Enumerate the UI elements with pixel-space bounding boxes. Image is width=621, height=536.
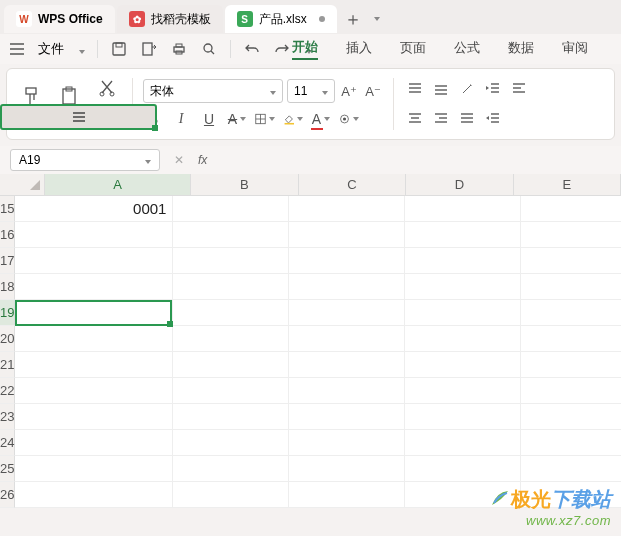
save-icon[interactable] — [110, 40, 128, 58]
decrease-font-icon[interactable]: A⁻ — [363, 81, 383, 101]
cell[interactable] — [405, 196, 521, 222]
cell[interactable] — [521, 378, 621, 404]
col-header-C[interactable]: C — [299, 174, 406, 195]
cell[interactable] — [405, 222, 521, 248]
ribbon-tab-insert[interactable]: 插入 — [346, 39, 372, 59]
export-icon[interactable] — [140, 40, 158, 58]
cell[interactable] — [521, 456, 621, 482]
cell[interactable] — [521, 326, 621, 352]
cell[interactable] — [173, 196, 289, 222]
cell[interactable] — [15, 404, 173, 430]
cell[interactable] — [289, 482, 405, 508]
cell[interactable] — [173, 352, 289, 378]
print-icon[interactable] — [170, 40, 188, 58]
cell[interactable] — [173, 274, 289, 300]
row-header[interactable]: 25 — [0, 456, 15, 482]
cell[interactable] — [173, 248, 289, 274]
format-painter-icon[interactable] — [17, 83, 47, 109]
fill-color-button[interactable] — [283, 109, 303, 129]
tab-app[interactable]: W WPS Office — [4, 5, 115, 33]
cell[interactable] — [289, 274, 405, 300]
cell[interactable] — [521, 404, 621, 430]
fx-icon[interactable]: fx — [198, 153, 207, 167]
cell[interactable] — [521, 300, 621, 326]
font-color-button[interactable]: A — [311, 109, 331, 129]
cell[interactable] — [289, 248, 405, 274]
cell[interactable]: 0001 — [15, 196, 173, 222]
border-button[interactable] — [255, 109, 275, 129]
cell[interactable] — [15, 300, 173, 326]
paste-label[interactable]: 粘贴 — [54, 111, 86, 126]
cell[interactable] — [15, 222, 173, 248]
row-header[interactable]: 22 — [0, 378, 15, 404]
cell[interactable] — [15, 430, 173, 456]
cell[interactable] — [15, 456, 173, 482]
align-top-icon[interactable] — [404, 76, 426, 102]
tab-file[interactable]: S 产品.xlsx — [225, 5, 337, 33]
col-header-B[interactable]: B — [191, 174, 298, 195]
cell[interactable] — [289, 326, 405, 352]
cell[interactable] — [405, 274, 521, 300]
hamburger-icon[interactable] — [8, 40, 26, 58]
row-header[interactable]: 24 — [0, 430, 15, 456]
cell[interactable] — [15, 248, 173, 274]
cell[interactable] — [15, 352, 173, 378]
ribbon-tab-review[interactable]: 审阅 — [562, 39, 588, 59]
ribbon-tab-start[interactable]: 开始 — [292, 38, 318, 60]
name-box[interactable]: A19 — [10, 149, 160, 171]
cell[interactable] — [405, 248, 521, 274]
row-header[interactable]: 16 — [0, 222, 15, 248]
strikethrough-button[interactable]: A — [227, 109, 247, 129]
cell[interactable] — [173, 430, 289, 456]
row-header[interactable]: 21 — [0, 352, 15, 378]
cell[interactable] — [289, 352, 405, 378]
paste-icon[interactable] — [55, 83, 85, 109]
cell[interactable] — [405, 404, 521, 430]
cell[interactable] — [405, 430, 521, 456]
decrease-indent-icon[interactable] — [482, 76, 504, 102]
row-header[interactable]: 15 — [0, 196, 15, 222]
cell[interactable] — [521, 352, 621, 378]
cell[interactable] — [405, 378, 521, 404]
align-right-icon[interactable] — [430, 106, 452, 132]
align-center-icon[interactable] — [404, 106, 426, 132]
increase-font-icon[interactable]: A⁺ — [339, 81, 359, 101]
row-header[interactable]: 23 — [0, 404, 15, 430]
cell[interactable] — [405, 352, 521, 378]
cell[interactable] — [15, 482, 173, 508]
cell[interactable] — [289, 300, 405, 326]
underline-button[interactable]: U — [199, 109, 219, 129]
cell[interactable] — [289, 404, 405, 430]
font-name-select[interactable]: 宋体 — [143, 79, 283, 103]
cell[interactable] — [15, 326, 173, 352]
align-bottom-icon[interactable] — [430, 76, 452, 102]
select-all-corner[interactable] — [0, 174, 45, 195]
cell[interactable] — [289, 378, 405, 404]
cell[interactable] — [173, 222, 289, 248]
cell[interactable] — [289, 222, 405, 248]
col-header-E[interactable]: E — [514, 174, 621, 195]
row-header[interactable]: 26 — [0, 482, 15, 508]
file-menu[interactable]: 文件 — [38, 40, 64, 58]
cell[interactable] — [173, 482, 289, 508]
cell[interactable] — [521, 248, 621, 274]
col-header-A[interactable]: A — [45, 174, 191, 195]
align-left-icon[interactable] — [508, 76, 530, 102]
new-tab-button[interactable]: ＋ — [339, 5, 367, 33]
cell[interactable] — [521, 196, 621, 222]
ribbon-tab-formula[interactable]: 公式 — [454, 39, 480, 59]
new-tab-menu[interactable] — [369, 5, 383, 33]
cell[interactable] — [173, 300, 289, 326]
print-preview-icon[interactable] — [200, 40, 218, 58]
cell[interactable] — [173, 404, 289, 430]
cell[interactable] — [289, 430, 405, 456]
undo-icon[interactable] — [243, 40, 261, 58]
tab-template[interactable]: ✿ 找稻壳模板 — [117, 5, 223, 33]
row-header[interactable]: 17 — [0, 248, 15, 274]
ribbon-tab-data[interactable]: 数据 — [508, 39, 534, 59]
cell[interactable] — [521, 222, 621, 248]
bold-button[interactable]: B — [143, 109, 163, 129]
cell[interactable] — [15, 274, 173, 300]
row-header[interactable]: 20 — [0, 326, 15, 352]
cell[interactable] — [405, 326, 521, 352]
